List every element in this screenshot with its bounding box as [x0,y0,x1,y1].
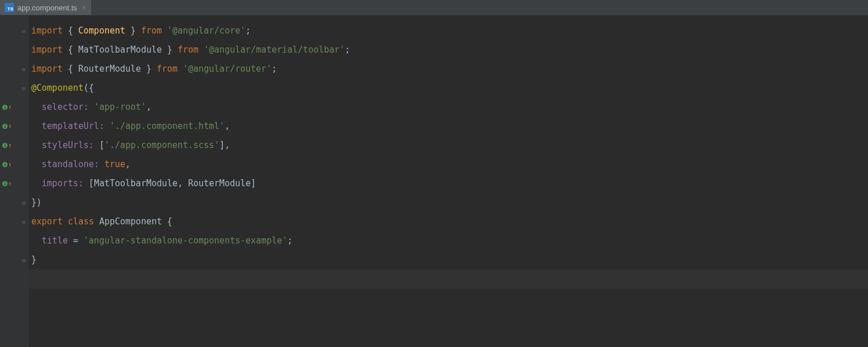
token-ident: RouterModule [78,64,141,74]
code-line[interactable]: import { RouterModule } from '@angular/r… [29,60,868,79]
token-ident: RouterModule [188,178,251,189]
token-str: './app.component.html' [109,121,225,131]
token-punct: = [73,235,83,246]
tab-filename: app.component.ts [17,3,77,12]
gutter-row[interactable]: ⊟ [0,250,29,270]
token-punct: ; [245,25,251,36]
token-str: '@angular/router' [183,64,272,74]
gutter-row[interactable] [0,231,29,250]
code-line[interactable]: standalone: true, [29,155,868,174]
gutter-row[interactable]: ⊟ [0,60,29,79]
token-str: 'angular-standalone-components-example' [83,235,287,246]
code-line[interactable]: imports: [MatToolbarModule, RouterModule… [29,174,868,193]
gutter-row[interactable] [0,40,29,60]
token-kw: import [31,45,68,55]
code-line[interactable]: import { Component } from '@angular/core… [29,21,868,40]
editor-tabs: TS app.component.ts × [0,0,868,16]
code-line[interactable]: templateUrl: './app.component.html', [29,117,868,136]
code-line[interactable]: selector: 'app-root', [29,98,868,117]
code-line[interactable]: }) [29,193,868,212]
fold-toggle-icon[interactable]: ⊟ [21,67,27,72]
vcs-change-marker[interactable]: i↑ [2,142,12,149]
token-punct: }) [31,197,42,208]
typescript-file-icon: TS [5,3,14,12]
token-ident: MatToolbarModule [78,45,162,55]
token-punct: { [68,64,78,74]
token-str: 'app-root' [94,102,146,112]
gutter-row[interactable]: ⊟ [0,79,29,98]
gutter-row[interactable] [0,270,29,289]
token-decorator: @Component [31,83,83,93]
code-line[interactable]: import { MatToolbarModule } from '@angul… [29,40,868,60]
token-prop: standalone: [31,159,104,169]
token-punct: } [126,25,141,36]
token-ident: MatToolbarModule [94,178,178,189]
code-editor[interactable]: ⊟⊟⊟i↑i↑i↑i↑i↑⊟⊟⊟ import { Component } fr… [0,16,868,347]
token-str: '@angular/core' [167,25,245,36]
token-punct: } [162,45,178,55]
code-area[interactable]: import { Component } from '@angular/core… [29,16,868,347]
token-str: '@angular/material/toolbar' [204,45,345,55]
token-importname: Component [78,25,125,36]
fold-toggle-icon[interactable]: ⊟ [21,200,27,206]
code-line[interactable]: styleUrls: ['./app.component.scss'], [29,136,868,155]
token-punct: ; [345,45,350,55]
token-punct: ; [271,64,277,74]
token-kw: from [178,45,204,55]
code-line[interactable]: } [29,250,868,270]
token-kw: from [141,25,167,36]
token-punct: ({ [83,83,94,93]
token-kw: from [157,64,183,74]
vcs-change-marker[interactable]: i↑ [2,123,12,130]
token-str: './app.component.scss' [104,140,219,150]
token-punct: { [68,45,78,55]
fold-toggle-icon[interactable]: ⊟ [21,28,27,34]
token-classname: AppComponent [99,216,167,227]
code-line[interactable]: title = 'angular-standalone-components-e… [29,231,868,250]
gutter-row[interactable]: i↑ [0,136,29,155]
token-prop: selector: [31,102,94,112]
file-tab[interactable]: TS app.component.ts × [0,0,92,15]
gutter-row[interactable]: ⊟ [0,21,29,40]
token-prop: templateUrl: [31,121,109,131]
token-punct: , [126,159,131,169]
token-punct: , [225,121,230,131]
gutter-row[interactable]: i↑ [0,155,29,174]
gutter[interactable]: ⊟⊟⊟i↑i↑i↑i↑i↑⊟⊟⊟ [0,16,29,347]
token-kw: import [31,64,68,74]
token-punct: } [141,64,157,74]
token-punct: ], [219,140,230,150]
token-punct: } [31,254,36,265]
token-punct: , [178,178,188,189]
code-line[interactable]: export class AppComponent { [29,212,868,231]
vcs-change-marker[interactable]: i↑ [2,180,12,187]
gutter-row[interactable]: ⊟ [0,193,29,212]
gutter-row[interactable]: i↑ [0,98,29,117]
fold-toggle-icon[interactable]: ⊟ [21,257,27,263]
token-punct: ; [288,235,293,246]
gutter-row[interactable]: i↑ [0,117,29,136]
token-punct: ] [251,178,256,189]
fold-toggle-icon[interactable]: ⊟ [21,219,27,225]
vcs-change-marker[interactable]: i↑ [2,104,12,111]
token-prop: title [31,235,73,246]
vcs-change-marker[interactable]: i↑ [2,161,12,168]
token-punct: { [68,25,78,36]
token-prop: imports: [31,178,89,189]
fold-toggle-icon[interactable]: ⊟ [21,86,27,91]
token-punct: { [167,216,172,227]
token-kw: export class [31,216,99,227]
token-punct: , [146,102,152,112]
token-kw: import [31,25,68,36]
token-prop: styleUrls: [31,140,99,150]
gutter-row[interactable]: ⊟ [0,212,29,231]
close-icon[interactable]: × [82,3,86,12]
code-line[interactable]: @Component({ [29,79,868,98]
gutter-row[interactable]: i↑ [0,174,29,193]
token-kw: true [104,159,125,169]
code-line[interactable] [29,270,868,289]
